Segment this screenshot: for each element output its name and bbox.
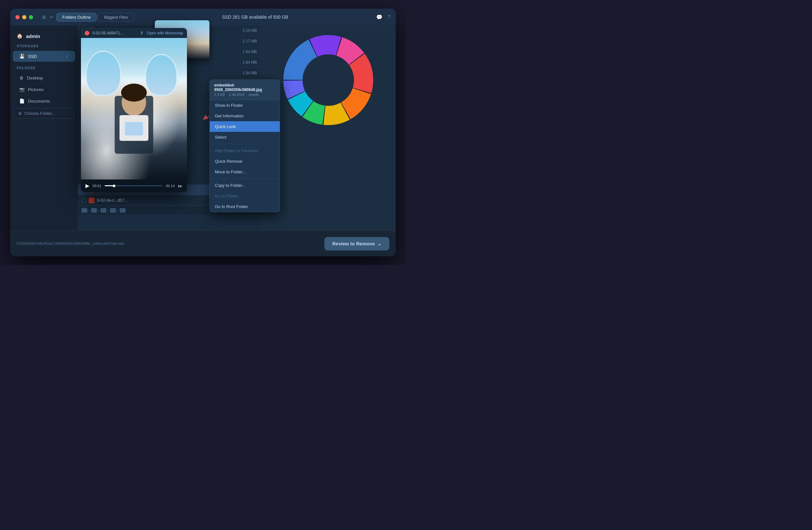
context-menu-item[interactable]: Quick Look <box>210 121 280 132</box>
bc-icon-3 <box>101 208 106 212</box>
history-icon[interactable]: ↩ <box>50 14 54 19</box>
desktop-label: Desktop <box>27 75 43 80</box>
review-btn-label: Review to Remove <box>332 241 375 246</box>
tab-biggest-files[interactable]: Biggest Files <box>98 13 134 22</box>
ssd-icon: 💾 <box>19 54 25 59</box>
person-silhouette <box>108 83 160 154</box>
context-menu-item: Add Folder to Favorites <box>210 145 280 156</box>
play-button[interactable]: ▶ <box>85 183 89 189</box>
context-menu-item[interactable]: Copy to Folder... <box>210 180 280 191</box>
pictures-label: Pictures <box>28 87 44 92</box>
time-total: 00:14 <box>166 184 175 188</box>
file-checkbox[interactable] <box>82 198 86 203</box>
minimize-button[interactable] <box>22 15 26 19</box>
documents-icon: 📄 <box>19 98 25 103</box>
chat-icon[interactable]: 💬 <box>376 14 382 20</box>
file-path: 57266302f83c4d5cf01ba71d888f02e9118d8020… <box>17 242 324 246</box>
context-menu-divider <box>210 179 280 179</box>
bottom-bar: 57266302f83c4d5cf01ba71d888f02e9118d8020… <box>10 231 396 256</box>
video-popup-header: ✕ 0-02-05-4d9471... ⬆ Open with Monosnap <box>81 28 187 38</box>
bc-arrow-2: › <box>98 208 100 212</box>
tab-folders-outline[interactable]: Folders Outline <box>56 13 97 22</box>
video-popup: ✕ 0-02-05-4d9471... ⬆ Open with Monosnap <box>81 28 187 192</box>
storages-label: Storages <box>10 44 78 51</box>
context-menu: embedded-9508_2060359c5808d8.jpg 2.3 KB … <box>209 80 280 212</box>
bc-arrow-3: › <box>107 208 109 212</box>
file-size: 2.17 MB <box>243 39 257 43</box>
right-panel <box>261 25 396 256</box>
help-icon[interactable]: ? <box>388 14 391 20</box>
sidebar-item-desktop[interactable]: 🖥 Desktop <box>13 73 75 83</box>
video-popup-title: 0-02-05-4d9471... <box>92 31 137 36</box>
context-menu-item[interactable]: Quick Remove <box>210 156 280 167</box>
traffic-lights <box>15 15 33 19</box>
sidebar-item-pictures[interactable]: 📷 Pictures <box>13 84 75 95</box>
context-menu-item[interactable]: Go to Root Folder <box>210 201 280 212</box>
progress-dot <box>113 185 115 187</box>
pictures-icon: 📷 <box>19 87 25 92</box>
share-icon[interactable]: ⬆ <box>140 30 144 36</box>
cm-filename: embedded-9508_2060359c5808d8.jpg <box>214 83 275 92</box>
sidebar-user: 🏠 admin <box>10 30 78 44</box>
review-to-remove-button[interactable]: Review to Remove ⌄ <box>324 237 389 251</box>
bc-arrow-1: › <box>89 208 90 212</box>
context-menu-header: embedded-9508_2060359c5808d8.jpg 2.3 KB … <box>210 80 280 100</box>
check-icon: ✓ <box>66 54 69 58</box>
choose-folder-button[interactable]: ⊕ Choose Folder... <box>14 108 74 119</box>
desktop-icon: 🖥 <box>19 75 24 80</box>
cm-meta: 2.3 KB 1.08.2024 nloads <box>214 93 275 97</box>
video-popup-close[interactable]: ✕ <box>85 31 89 36</box>
file-size: 1.84 MB <box>243 60 257 65</box>
add-icon: ⊕ <box>18 111 22 116</box>
file-size: 1.84 MB <box>243 50 257 54</box>
documents-label: Documents <box>28 99 50 103</box>
progress-fill <box>105 185 113 186</box>
tab-buttons: Folders Outline Biggest Files <box>56 13 134 22</box>
sidebar-item-ssd[interactable]: 💾 SSD ✓ <box>13 51 75 62</box>
context-menu-item[interactable]: Move to Folder... <box>210 167 280 177</box>
file-type-icon <box>89 197 95 203</box>
context-menu-items: Show in FinderGet InformationQuick LookS… <box>210 100 280 212</box>
open-with-monosnap[interactable]: Open with Monosnap <box>147 31 183 36</box>
video-frame <box>81 38 187 179</box>
ssd-label: SSD <box>28 54 37 59</box>
bc-icon-1 <box>82 208 87 212</box>
cm-location: nloads <box>248 93 259 97</box>
file-size: 1.84 MB <box>243 71 257 75</box>
svg-rect-6 <box>125 122 143 135</box>
context-menu-item[interactable]: Select <box>210 132 280 142</box>
context-menu-divider <box>210 144 280 144</box>
context-menu-item[interactable]: Show in Finder <box>210 100 280 111</box>
time-current: 00:01 <box>92 184 102 188</box>
title-bar-icons: ⊞ ↩ <box>42 14 54 19</box>
chevron-down-icon: ⌄ <box>377 241 381 247</box>
donut-chart <box>283 35 373 125</box>
main-content: 🏠 admin Storages 💾 SSD ✓ Folders 🖥 Deskt… <box>10 25 396 256</box>
sidebar-toggle-icon[interactable]: ⊞ <box>42 14 46 19</box>
progress-bar[interactable] <box>105 185 163 186</box>
cm-date: 1.08.2024 <box>229 93 244 97</box>
bc-icon-4 <box>110 208 116 212</box>
cm-filesize: 2.3 KB <box>214 93 225 97</box>
close-button[interactable] <box>15 15 19 19</box>
home-icon: 🏠 <box>17 33 23 39</box>
disk-info: SSD 261 GB available of 500 GB <box>134 14 376 19</box>
video-controls: ▶ 00:01 00:14 ⏭ <box>81 179 187 192</box>
choose-folder-label: Choose Folder... <box>25 111 55 116</box>
title-right-icons: 💬 ? <box>376 14 391 20</box>
maximize-button[interactable] <box>29 15 33 19</box>
bc-arrow-4: › <box>117 208 118 212</box>
svg-point-3 <box>121 84 147 102</box>
folders-label: Folders <box>10 62 78 72</box>
sidebar-item-documents[interactable]: 📄 Documents <box>13 96 75 107</box>
username: admin <box>26 33 40 39</box>
context-menu-item: Go to Folder <box>210 191 280 201</box>
app-window: ⊞ ↩ Folders Outline Biggest Files SSD 26… <box>10 9 396 256</box>
file-size: 2.19 MB <box>243 28 257 33</box>
bc-icon-5 <box>120 208 126 212</box>
bc-icon-2 <box>91 208 97 212</box>
fast-forward-button[interactable]: ⏭ <box>178 183 183 189</box>
context-menu-item[interactable]: Get Information <box>210 111 280 121</box>
sidebar: 🏠 admin Storages 💾 SSD ✓ Folders 🖥 Deskt… <box>10 25 78 256</box>
